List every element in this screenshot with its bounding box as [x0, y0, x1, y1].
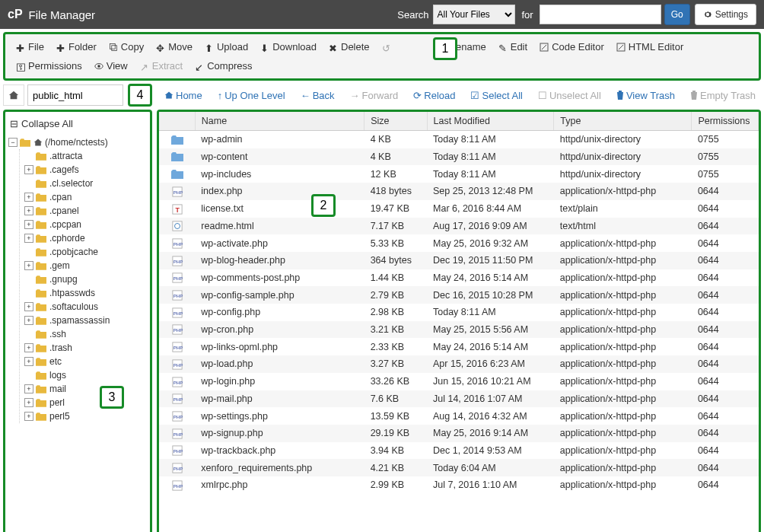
tree-item[interactable]: .cl.selector: [24, 177, 147, 190]
file-button[interactable]: ✚File: [10, 37, 50, 56]
col-type-header[interactable]: Type: [554, 112, 692, 131]
table-row[interactable]: PHPwp-settings.php13.59 KBAug 14, 2016 4…: [159, 407, 759, 425]
table-row[interactable]: PHPwp-trackback.php3.94 KBDec 1, 2014 9:…: [159, 442, 759, 460]
expand-toggle[interactable]: +: [24, 343, 33, 352]
extract-button[interactable]: ↗Extract: [134, 56, 189, 75]
table-row[interactable]: PHPwp-links-opml.php2.33 KBMay 24, 2016 …: [159, 338, 759, 355]
tree-item[interactable]: +.trash: [24, 341, 147, 355]
tree-item[interactable]: .htpasswds: [24, 286, 147, 300]
expand-toggle[interactable]: +: [24, 357, 33, 366]
expand-toggle[interactable]: +: [24, 412, 33, 421]
nav-reload[interactable]: ⟳Reload: [409, 87, 460, 104]
html-editor-button[interactable]: HTML Editor: [610, 37, 689, 56]
nav-empty-trash[interactable]: Empty Trash: [686, 87, 760, 104]
tree-item[interactable]: +perl5: [24, 409, 147, 423]
expand-toggle[interactable]: +: [24, 398, 33, 407]
collapse-toggle[interactable]: −: [8, 138, 18, 147]
col-icon-header[interactable]: [159, 112, 195, 131]
view-button[interactable]: View: [88, 56, 134, 75]
move-button[interactable]: ✥Move: [150, 37, 199, 56]
copy-button[interactable]: Copy: [103, 37, 150, 56]
table-row[interactable]: Tlicense.txt19.47 KBMar 6, 2016 8:44 AMt…: [159, 200, 759, 218]
home-root-button[interactable]: [3, 84, 24, 106]
col-name-header[interactable]: Name: [195, 112, 364, 131]
nav-home[interactable]: Home: [160, 87, 207, 104]
upload-button[interactable]: ⬆Upload: [199, 37, 254, 56]
tree-item[interactable]: +.spamassassin: [24, 314, 147, 327]
tree-item[interactable]: .cpobjcache: [24, 245, 147, 259]
tree-item[interactable]: +.cagefs: [24, 163, 147, 177]
cell-size: 2.33 KB: [364, 338, 427, 355]
table-row[interactable]: PHPwp-activate.php5.33 KBMay 25, 2016 9:…: [159, 234, 759, 252]
table-row[interactable]: PHPwp-signup.php29.19 KBMay 25, 2016 9:1…: [159, 425, 759, 442]
cell-name: wp-settings.php: [195, 407, 364, 425]
expand-toggle[interactable]: +: [24, 193, 33, 202]
col-modified-header[interactable]: Last Modified: [427, 112, 554, 131]
tree-item[interactable]: +perl: [24, 396, 147, 409]
col-perm-header[interactable]: Permissions: [692, 112, 759, 131]
cell-size: 4 KB: [364, 131, 427, 148]
table-row[interactable]: wp-content4 KBToday 8:11 AMhttpd/unix-di…: [159, 148, 759, 166]
table-row[interactable]: PHPwp-mail.php7.6 KBJul 14, 2016 1:07 AM…: [159, 390, 759, 408]
table-row[interactable]: PHPwp-login.php33.26 KBJun 15, 2016 10:2…: [159, 373, 759, 390]
go-button[interactable]: Go: [664, 4, 690, 25]
table-row[interactable]: readme.html7.17 KBAug 17, 2016 9:09 AMte…: [159, 218, 759, 235]
folder-button[interactable]: ✚Folder: [50, 37, 103, 56]
nav-forward[interactable]: →Forward: [345, 87, 403, 104]
table-row[interactable]: PHPindex.php418 bytesSep 25, 2013 12:48 …: [159, 183, 759, 200]
tree-item[interactable]: +.cpcpan: [24, 218, 147, 231]
tree-root[interactable]: − (/home/nctests): [8, 135, 147, 149]
tree-item[interactable]: +.gem: [24, 259, 147, 272]
uncheck-icon: ☐: [538, 90, 547, 101]
table-row[interactable]: PHPwp-comments-post.php1.44 KBMay 24, 20…: [159, 269, 759, 287]
tree-item[interactable]: .attracta: [24, 149, 147, 163]
cell-perm: 0644: [692, 183, 759, 200]
table-row[interactable]: wp-admin4 KBToday 8:11 AMhttpd/unix-dire…: [159, 131, 759, 148]
expand-toggle[interactable]: +: [24, 165, 33, 174]
restore-button[interactable]: ↺: [376, 39, 400, 56]
code-editor-button[interactable]: Code Editor: [533, 37, 610, 56]
delete-button[interactable]: ✖Delete: [323, 37, 376, 56]
table-row[interactable]: PHPxmlrpc.php2.99 KBJul 7, 2016 1:10 AMa…: [159, 476, 759, 494]
expand-toggle[interactable]: +: [24, 234, 33, 243]
table-row[interactable]: PHPxenforo_requirements.php4.21 KBToday …: [159, 459, 759, 476]
search-scope-select[interactable]: All Your Files: [433, 5, 515, 24]
settings-button[interactable]: Settings: [695, 4, 756, 25]
expand-toggle[interactable]: +: [24, 316, 33, 325]
table-row[interactable]: PHPwp-load.php3.27 KBApr 15, 2016 6:23 A…: [159, 355, 759, 373]
folder-icon: [36, 344, 46, 352]
search-input[interactable]: [540, 5, 661, 24]
collapse-all-button[interactable]: ⊟ Collapse All: [8, 115, 147, 132]
table-row[interactable]: PHPwp-config-sample.php2.79 KBDec 16, 20…: [159, 286, 759, 304]
table-row[interactable]: wp-includes12 KBToday 8:11 AMhttpd/unix-…: [159, 165, 759, 183]
download-button[interactable]: ⬇Download: [254, 37, 323, 56]
nav-up[interactable]: ↑Up One Level: [213, 87, 290, 104]
permissions-button[interactable]: ⚿Permissions: [10, 56, 88, 75]
tree-item[interactable]: +.cphorde: [24, 231, 147, 245]
tree-item[interactable]: .gnupg: [24, 272, 147, 286]
nav-back[interactable]: ←Back: [296, 87, 339, 104]
nav-select-all[interactable]: ☑Select All: [466, 87, 527, 104]
expand-toggle[interactable]: +: [24, 302, 33, 311]
tree-item[interactable]: .ssh: [24, 327, 147, 341]
path-input[interactable]: [27, 84, 123, 106]
table-row[interactable]: PHPwp-blog-header.php364 bytesDec 19, 20…: [159, 252, 759, 269]
tree-item[interactable]: +mail: [24, 382, 147, 396]
compress-button[interactable]: ↙Compress: [189, 56, 258, 75]
edit-button[interactable]: ✎Edit: [492, 37, 533, 56]
tree-item[interactable]: +.softaculous: [24, 300, 147, 314]
tree-item[interactable]: +.cpan: [24, 190, 147, 204]
expand-toggle[interactable]: +: [24, 384, 33, 393]
tree-item[interactable]: +etc: [24, 355, 147, 368]
table-row[interactable]: PHPwp-cron.php3.21 KBMay 25, 2015 5:56 A…: [159, 321, 759, 339]
expand-toggle[interactable]: +: [24, 220, 33, 229]
table-row[interactable]: PHPwp-config.php2.98 KBToday 8:11 AMappl…: [159, 304, 759, 321]
expand-toggle[interactable]: +: [24, 206, 33, 215]
php-file-icon: PHP: [171, 445, 183, 456]
tree-item[interactable]: logs: [24, 368, 147, 382]
expand-toggle[interactable]: +: [24, 261, 33, 270]
col-size-header[interactable]: Size: [364, 112, 427, 131]
tree-item[interactable]: +.cpanel: [24, 204, 147, 218]
nav-unselect-all[interactable]: ☐Unselect All: [533, 87, 606, 104]
nav-view-trash[interactable]: View Trash: [612, 87, 680, 104]
